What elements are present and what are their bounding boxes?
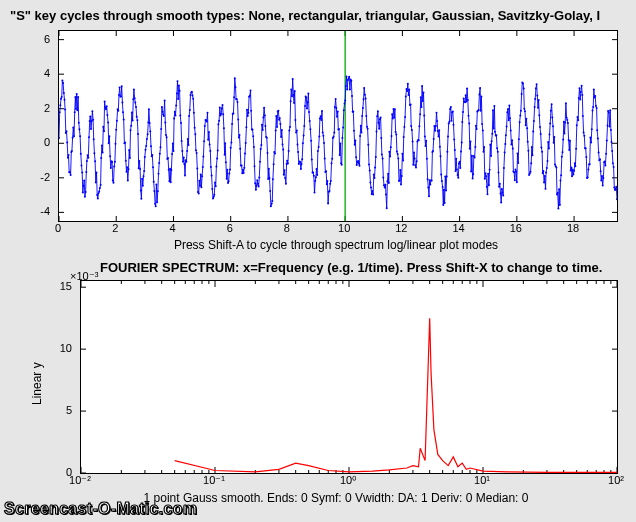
- svg-point-812: [589, 163, 591, 165]
- svg-point-297: [238, 137, 240, 139]
- svg-point-719: [525, 118, 527, 120]
- top-chart-xlabel: Press Shift-A to cycle through spectrum …: [56, 238, 616, 252]
- svg-point-146: [135, 106, 137, 108]
- svg-point-422: [323, 142, 325, 144]
- svg-point-183: [160, 128, 162, 130]
- svg-point-394: [304, 105, 306, 107]
- svg-point-393: [303, 125, 305, 127]
- svg-point-371: [288, 130, 290, 132]
- svg-point-108: [109, 155, 111, 157]
- svg-point-633: [467, 99, 469, 101]
- svg-point-454: [345, 85, 347, 87]
- svg-point-178: [157, 190, 159, 192]
- svg-point-745: [543, 181, 545, 183]
- svg-point-827: [599, 158, 601, 160]
- svg-point-739: [539, 126, 541, 128]
- svg-point-494: [372, 194, 374, 196]
- svg-point-574: [427, 178, 429, 180]
- svg-point-136: [128, 149, 130, 151]
- top-xtick-container: 024681012141618: [58, 222, 616, 236]
- svg-point-120: [117, 110, 119, 112]
- svg-point-675: [495, 134, 497, 136]
- svg-point-54: [72, 126, 74, 128]
- svg-point-513: [385, 194, 387, 196]
- svg-point-773: [562, 139, 564, 141]
- svg-point-364: [284, 169, 286, 171]
- svg-point-708: [518, 138, 520, 140]
- svg-point-679: [498, 186, 500, 188]
- svg-point-156: [142, 185, 144, 187]
- svg-point-557: [415, 167, 417, 169]
- svg-point-649: [478, 109, 480, 111]
- svg-point-837: [606, 140, 608, 142]
- svg-point-479: [362, 107, 364, 109]
- svg-point-347: [272, 178, 274, 180]
- svg-point-771: [561, 156, 563, 158]
- svg-point-483: [365, 98, 367, 100]
- svg-point-271: [220, 113, 222, 115]
- bottom-chart-title: FOURIER SPECTRUM: x=Frequency (e.g. 1/ti…: [100, 260, 620, 275]
- svg-point-90: [97, 198, 99, 200]
- svg-point-517: [388, 182, 390, 184]
- svg-point-254: [209, 144, 211, 146]
- svg-point-462: [350, 80, 352, 82]
- svg-point-608: [450, 106, 452, 108]
- svg-point-623: [460, 151, 462, 153]
- svg-point-587: [436, 112, 438, 114]
- bottom-chart-axes[interactable]: [80, 280, 618, 474]
- svg-point-366: [285, 183, 287, 185]
- svg-point-181: [159, 153, 161, 155]
- svg-point-705: [516, 181, 518, 183]
- svg-point-143: [133, 88, 135, 90]
- svg-point-212: [180, 122, 182, 124]
- svg-point-310: [247, 115, 249, 117]
- svg-point-415: [318, 136, 320, 138]
- svg-point-832: [602, 177, 604, 179]
- ytick-label: 10: [60, 342, 72, 354]
- svg-point-626: [462, 111, 464, 113]
- svg-point-602: [446, 175, 448, 177]
- svg-point-351: [275, 129, 277, 131]
- svg-point-622: [459, 167, 461, 169]
- ytick-label: 6: [44, 33, 50, 45]
- svg-point-157: [143, 175, 145, 177]
- svg-point-530: [397, 153, 399, 155]
- svg-point-779: [566, 119, 568, 121]
- top-chart-axes[interactable]: [58, 30, 618, 222]
- svg-point-107: [108, 135, 110, 137]
- svg-point-796: [578, 97, 580, 99]
- svg-point-445: [339, 154, 341, 156]
- svg-point-618: [457, 174, 459, 176]
- svg-point-413: [317, 150, 319, 152]
- svg-point-666: [489, 144, 491, 146]
- svg-point-458: [348, 78, 350, 80]
- ytick-label: 5: [66, 404, 72, 416]
- xtick-label: 14: [452, 222, 464, 234]
- svg-point-400: [308, 111, 310, 113]
- svg-point-755: [550, 110, 552, 112]
- svg-point-77: [88, 136, 90, 138]
- svg-point-747: [545, 188, 547, 190]
- svg-point-411: [316, 168, 318, 170]
- svg-point-689: [505, 134, 507, 136]
- svg-point-846: [612, 162, 614, 164]
- svg-point-235: [196, 152, 198, 154]
- svg-point-290: [233, 96, 235, 98]
- svg-point-369: [287, 162, 289, 164]
- svg-point-820: [594, 95, 596, 97]
- svg-point-511: [384, 187, 386, 189]
- svg-point-253: [208, 131, 210, 133]
- svg-point-295: [237, 101, 239, 103]
- svg-point-233: [194, 133, 196, 135]
- svg-point-553: [412, 164, 414, 166]
- svg-point-448: [341, 164, 343, 166]
- svg-point-353: [276, 126, 278, 128]
- svg-point-562: [418, 125, 420, 127]
- svg-point-672: [493, 105, 495, 107]
- svg-point-315: [250, 110, 252, 112]
- svg-point-497: [374, 167, 376, 169]
- xtick-label: 6: [227, 222, 233, 234]
- svg-point-50: [70, 174, 72, 176]
- svg-point-349: [273, 151, 275, 153]
- matlab-figure: "S" key cycles through smooth types: Non…: [0, 0, 636, 522]
